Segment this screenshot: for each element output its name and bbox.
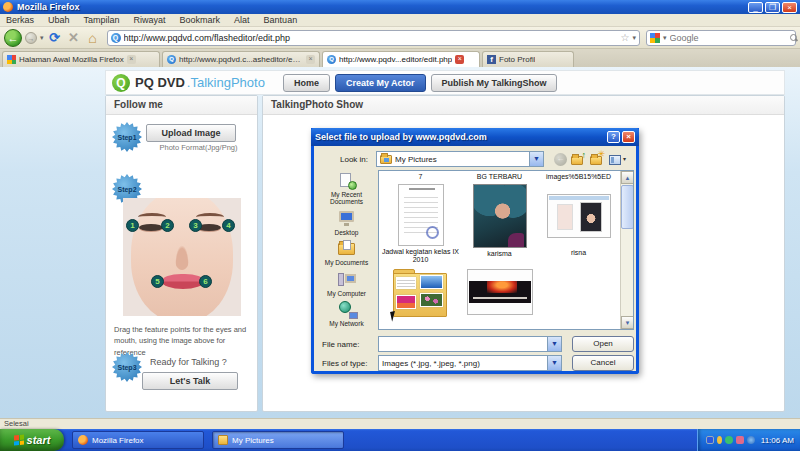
place-recent-documents[interactable]: My Recent Documents [319, 172, 374, 206]
dialog-titlebar[interactable]: Select file to upload by www.pqdvd.com ?… [311, 128, 639, 146]
place-desktop[interactable]: Desktop [319, 210, 374, 236]
menu-ubah[interactable]: Ubah [48, 15, 70, 25]
scroll-down-icon[interactable]: ▼ [621, 316, 634, 329]
feature-point-6[interactable]: 6 [199, 275, 212, 288]
taskbar-item-my-pictures[interactable]: My Pictures [212, 431, 344, 449]
security-tray-icon[interactable] [706, 436, 714, 444]
file-item-concert[interactable] [460, 269, 539, 319]
place-my-documents[interactable]: My Documents [319, 240, 374, 266]
feature-point-3[interactable]: 3 [189, 219, 202, 232]
reload-button[interactable]: ⟳ [47, 30, 63, 45]
file-name-combobox[interactable]: ▼ [378, 336, 562, 352]
search-icon[interactable] [790, 34, 798, 42]
document-thumbnail[interactable] [398, 184, 444, 246]
screenshot-thumbnail[interactable] [547, 194, 611, 238]
start-button[interactable]: start [0, 429, 64, 451]
back-button[interactable]: ← [4, 29, 22, 47]
place-my-computer[interactable]: My Computer [319, 271, 374, 297]
feature-point-2[interactable]: 2 [161, 219, 174, 232]
step1-badge: Step1 [112, 122, 142, 152]
menu-tampilan[interactable]: Tampilan [84, 15, 120, 25]
search-input[interactable] [670, 33, 787, 43]
network-tray-icon[interactable] [725, 436, 733, 444]
mouse-cursor-icon [390, 310, 401, 322]
lets-talk-button[interactable]: Let's Talk [142, 372, 238, 390]
tab-pqdvd-1[interactable]: Q http://www.pqdvd.c...asheditor/edit.ph… [162, 51, 320, 67]
concert-thumbnail[interactable] [467, 269, 533, 315]
close-button[interactable]: × [782, 2, 797, 13]
new-folder-icon[interactable]: ✳ [589, 152, 605, 167]
history-dropdown-icon[interactable]: ▾ [40, 34, 44, 42]
dialog-close-button[interactable]: × [622, 131, 635, 143]
place-my-network[interactable]: My Network [319, 301, 374, 327]
cancel-button[interactable]: Cancel [572, 355, 634, 371]
home-button[interactable]: ⌂ [85, 30, 101, 46]
file-item[interactable]: BG TERBARU [460, 171, 539, 184]
home-nav-button[interactable]: Home [283, 74, 330, 92]
open-button[interactable]: Open [572, 336, 634, 352]
look-in-value: My Pictures [395, 155, 543, 164]
tab-pqdvd-2-active[interactable]: Q http://www.pqdv...editor/edit.php × [322, 51, 480, 67]
scroll-up-icon[interactable]: ▲ [621, 171, 634, 184]
update-tray-icon[interactable] [747, 436, 755, 444]
file-item-risna[interactable]: risna [539, 184, 618, 265]
combo-dropdown-icon[interactable]: ▼ [547, 356, 561, 370]
navigation-toolbar: ← → ▾ ⟳ ✕ ⌂ Q ☆ ▾ ▾ [0, 27, 800, 49]
tab-close-icon[interactable]: × [306, 55, 315, 64]
site-favicon: Q [111, 33, 121, 43]
look-in-combobox[interactable]: My Pictures ▼ [376, 151, 544, 167]
combo-dropdown-icon[interactable]: ▼ [547, 337, 561, 351]
scrollbar-thumb[interactable] [621, 185, 634, 229]
my-computer-icon [336, 271, 358, 289]
file-item-jadwal[interactable]: Jadwal kegiatan kelas IX 2010 [381, 184, 460, 265]
create-my-actor-button[interactable]: Create My Actor [335, 74, 426, 92]
file-list-scrollbar[interactable]: ▲ ▼ [620, 171, 633, 329]
stop-button[interactable]: ✕ [66, 30, 82, 45]
menu-riwayat[interactable]: Riwayat [134, 15, 166, 25]
step3-badge: Step3 [112, 352, 142, 382]
file-item-karisma[interactable]: karisma [460, 184, 539, 265]
file-item[interactable]: images%5B15%5ED [539, 171, 618, 184]
main-panel-title: TalkingPhoto Show [263, 96, 784, 115]
url-dropdown-icon[interactable]: ▾ [632, 34, 636, 42]
messenger-tray-icon[interactable] [736, 436, 744, 444]
url-bar[interactable]: Q ☆ ▾ [107, 30, 640, 46]
window-title: Mozilla Firefox [17, 2, 748, 12]
combo-dropdown-icon[interactable]: ▼ [529, 152, 543, 166]
feature-point-4[interactable]: 4 [222, 219, 235, 232]
tab-home[interactable]: Halaman Awal Mozilla Firefox × [2, 51, 160, 67]
restore-button[interactable]: ❐ [765, 2, 780, 13]
feature-point-5[interactable]: 5 [151, 275, 164, 288]
menu-berkas[interactable]: Berkas [6, 15, 34, 25]
right-eyebrow [196, 213, 224, 221]
upload-image-button[interactable]: Upload Image [146, 124, 236, 142]
forward-button[interactable]: → [25, 32, 37, 44]
dialog-help-button[interactable]: ? [607, 131, 620, 143]
tab-close-icon[interactable]: × [455, 55, 464, 64]
picture-folder-thumbnail[interactable] [393, 269, 449, 319]
file-item-folder[interactable] [381, 269, 460, 319]
search-engine-dropdown-icon[interactable]: ▾ [663, 34, 667, 42]
search-box[interactable]: ▾ [646, 30, 796, 46]
tab-close-icon[interactable]: × [127, 55, 136, 64]
back-nav-icon[interactable]: ← [554, 153, 567, 166]
up-one-level-icon[interactable]: ↑ [570, 152, 586, 167]
taskbar-item-firefox[interactable]: Mozilla Firefox [72, 431, 204, 449]
menu-alat[interactable]: Alat [234, 15, 250, 25]
publish-talkingshow-button[interactable]: Publish My TalkingShow [431, 74, 558, 92]
window-titlebar[interactable]: Mozilla Firefox _ ❐ × [0, 0, 800, 14]
bookmark-star-icon[interactable]: ☆ [621, 32, 630, 43]
pqdvd-favicon-icon: Q [167, 55, 176, 64]
view-menu-icon[interactable]: ▾ [608, 152, 624, 167]
key-tray-icon[interactable] [717, 436, 722, 444]
file-item[interactable]: 7 [381, 171, 460, 184]
minimize-button[interactable]: _ [748, 2, 763, 13]
feature-point-1[interactable]: 1 [126, 219, 139, 232]
url-input[interactable] [124, 33, 618, 43]
files-of-type-combobox[interactable]: Images (*.jpg, *.jpeg, *.png) ▼ [378, 355, 562, 371]
tab-facebook[interactable]: f Foto Profil [482, 51, 574, 67]
firefox-icon [3, 2, 13, 12]
portrait-thumbnail[interactable] [473, 184, 527, 248]
menu-bookmark[interactable]: Bookmark [180, 15, 221, 25]
menu-bantuan[interactable]: Bantuan [264, 15, 298, 25]
